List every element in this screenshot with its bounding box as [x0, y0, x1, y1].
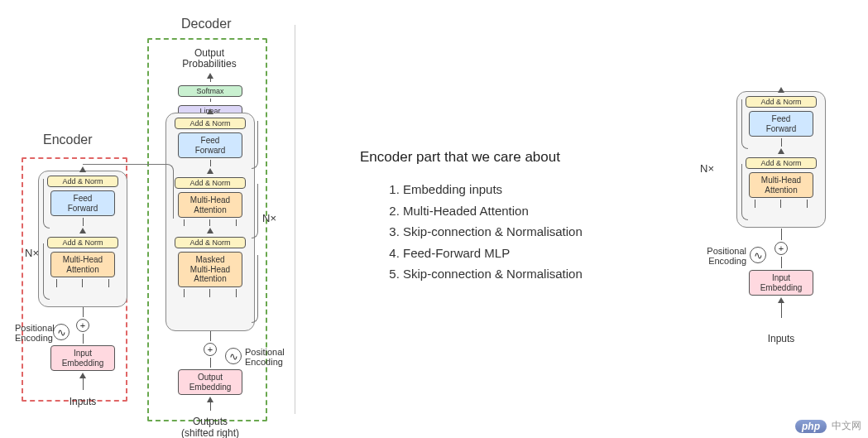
- arrow-icon: [207, 73, 213, 79]
- list-item: Embedding inputs: [403, 179, 658, 200]
- positional-encoding-label: Positional Encoding: [245, 347, 285, 367]
- encoder-title: Encoder: [40, 132, 96, 147]
- skip-connection: [741, 99, 748, 149]
- arrow-icon: [778, 297, 784, 303]
- multi-head-attention-block: Multi-Head Attention: [50, 252, 115, 277]
- outputs-shifted-label: Outputs (shifted right): [169, 416, 252, 438]
- add-norm-block: Add & Norm: [175, 177, 246, 189]
- positional-encoding-label: Positional Encoding: [688, 246, 746, 266]
- arrow-icon: [79, 373, 86, 378]
- add-norm-block: Add & Norm: [746, 96, 817, 108]
- encoder-summary-panel: Encoder part that we care about Embeddin…: [360, 149, 658, 285]
- feed-forward-block: Feed Forward: [178, 132, 242, 158]
- masked-multi-head-attention-block: Masked Multi-Head Attention: [178, 252, 242, 287]
- list-item: Feed-Forward MLP: [403, 243, 658, 264]
- inputs-label: Inputs: [41, 396, 124, 407]
- positional-encoding-icon: ∿: [53, 324, 70, 340]
- connector: [83, 218, 84, 226]
- skip-connection: [252, 255, 258, 323]
- decoder-title: Decoder: [178, 17, 234, 31]
- summary-list: Embedding inputs Multi-Headed Attention …: [360, 179, 658, 285]
- transformer-diagram: Encoder Decoder N× N× Add & Norm Feed Fo…: [8, 8, 290, 431]
- skip-connection: [252, 184, 258, 238]
- input-embedding-block: Input Embedding: [749, 270, 813, 296]
- arrow-icon: [207, 397, 213, 402]
- add-norm-block: Add & Norm: [175, 237, 246, 248]
- output-embedding-block: Output Embedding: [178, 369, 242, 395]
- arrow-icon: [207, 108, 213, 114]
- skip-connection: [43, 179, 50, 229]
- add-norm-block: Add & Norm: [47, 237, 118, 248]
- decoder-stack: Add & Norm Feed Forward Add & Norm Multi…: [165, 113, 255, 331]
- summary-heading: Encoder part that we care about: [360, 149, 658, 166]
- list-item: Skip-connection & Normalisation: [403, 263, 658, 285]
- arrow-icon: [778, 87, 784, 93]
- decoder-nx-label: N×: [262, 212, 276, 224]
- add-positional-encoding: +: [204, 343, 217, 356]
- arrow-icon: [778, 148, 784, 154]
- watermark: php 中文网: [795, 419, 861, 433]
- softmax-block: Softmax: [178, 85, 242, 97]
- multi-head-attention-block: Multi-Head Attention: [178, 192, 242, 218]
- input-embedding-block: Input Embedding: [50, 345, 115, 371]
- list-item: Multi-Headed Attention: [403, 200, 658, 222]
- encoder-decoder-connection: [83, 164, 174, 219]
- section-divider: [295, 25, 295, 414]
- skip-connection: [741, 164, 748, 220]
- multi-head-attention-block: Multi-Head Attention: [749, 172, 813, 198]
- encoder-stack: Add & Norm Feed Forward Add & Norm Multi…: [736, 91, 826, 228]
- encoder-nx-label: N×: [700, 162, 714, 175]
- arrow-icon: [207, 228, 213, 233]
- skip-connection: [43, 243, 50, 300]
- list-item: Skip-connection & Normalisation: [403, 221, 658, 243]
- skip-connection: [252, 121, 258, 169]
- add-norm-block: Add & Norm: [746, 157, 817, 169]
- positional-encoding-label: Positional Encoding: [15, 323, 51, 343]
- add-positional-encoding: +: [76, 319, 89, 332]
- positional-encoding-icon: ∿: [750, 247, 766, 263]
- add-norm-block: Add & Norm: [175, 118, 246, 129]
- feed-forward-block: Feed Forward: [749, 111, 813, 137]
- output-probabilities-label: Output Probabilities: [172, 48, 247, 70]
- arrow-icon: [79, 228, 86, 233]
- encoder-only-diagram: N× Add & Norm Feed Forward Add & Norm Mu…: [720, 66, 852, 431]
- watermark-text: 中文网: [832, 419, 861, 433]
- positional-encoding-icon: ∿: [225, 348, 242, 364]
- add-positional-encoding: +: [774, 242, 788, 255]
- php-badge: php: [795, 420, 827, 433]
- encoder-nx-label: N×: [25, 247, 39, 259]
- arrow-icon: [207, 168, 213, 174]
- inputs-label: Inputs: [740, 333, 822, 344]
